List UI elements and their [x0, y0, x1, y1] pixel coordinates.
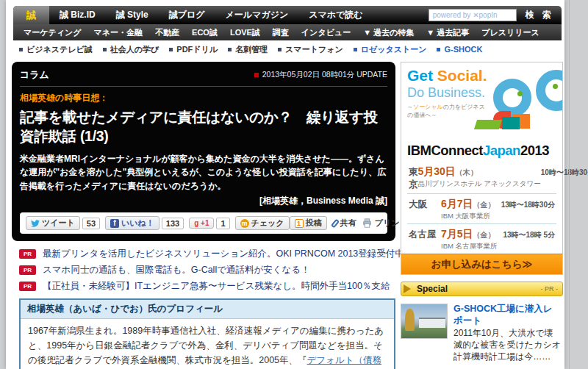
social-share-bar: ツイート 53 f いいね！ 133 g +1 1 m チェック — [20, 212, 387, 234]
subnav-item-interview[interactable]: インタビュー — [301, 27, 351, 38]
catnav-item-business-tv[interactable]: ビジネステレビ誠 — [19, 44, 93, 55]
top-nav: 誠 誠 Biz.ID 誠 Style 誠ブログ メールマガジン スマホで読む 検… — [13, 6, 562, 24]
square-bullet-icon — [437, 48, 440, 51]
nav-tab-blog[interactable]: 誠ブログ — [159, 6, 215, 24]
divider — [20, 86, 387, 87]
schedule-row-osaka: 大阪 6月7日（金） IBM 大阪事業所 13時〜18時30分 — [407, 193, 556, 223]
google-plus-one-button[interactable]: g +1 — [189, 218, 214, 229]
square-bullet-icon — [354, 48, 357, 51]
nav-tab-mailmagazine[interactable]: メールマガジン — [215, 6, 299, 24]
search-button[interactable]: 検 索 — [517, 9, 562, 21]
article-column: コラム 2013年05月02日 08時01分 UPDATE 相場英雄の時事日想：… — [12, 62, 395, 369]
pr-link[interactable]: PR 【正社員・未経験可】ITエンジニア急募〜サービス残業なし。時間外手当100… — [19, 280, 395, 293]
facebook-icon: f — [110, 219, 119, 228]
square-bullet-icon — [228, 48, 232, 51]
post-button[interactable]: 1 投稿 — [290, 216, 327, 230]
subnav-item-love[interactable]: LOVE誠 — [230, 27, 260, 38]
schedule-row-nagoya: 名古屋 7月5日（金） IBM 名古屋事業所 13時〜18時 5分 — [407, 223, 556, 254]
like-count: 133 — [162, 218, 184, 229]
ibm-ribbon-graphic — [473, 68, 562, 136]
sub-nav: マーケティング マネー・金融 不動産 ECO誠 LOVE誠 調査 インタビュー … — [13, 24, 562, 40]
subnav-item-marketing[interactable]: マーケティング — [24, 27, 82, 38]
square-bullet-icon — [278, 48, 282, 51]
nav-tab-bizid[interactable]: 誠 Biz.ID — [49, 6, 106, 24]
nav-tab-smartphone[interactable]: スマホで読む — [298, 6, 373, 24]
catnav-item-rosettastone[interactable]: ロゼッタストーン — [354, 44, 427, 55]
profile-heading: 相場英雄（あいば・ひでお）氏のプロフィール — [21, 300, 394, 319]
tweet-button[interactable]: ツイート — [26, 216, 80, 230]
catnav-item-gshock[interactable]: G-SHOCK — [437, 45, 482, 54]
catnav-item-meishi[interactable]: 名刺管理 — [228, 44, 268, 55]
special-item-title[interactable]: G-SHOCK工場に潜入レポート — [453, 304, 561, 326]
ibm-connect-logo: IBMConnectJapan2013 — [407, 143, 556, 159]
square-bullet-icon — [19, 48, 23, 51]
pr-badge: PR — [19, 265, 36, 275]
series-title-link[interactable]: 相場英雄の時事日想： — [20, 92, 387, 104]
subnav-item-past-articles[interactable]: ▼ 過去記事 — [426, 27, 469, 38]
ad-apply-button[interactable]: お申し込みはこちら≫ — [401, 254, 562, 274]
special-item-gshock: G-SHOCK工場に潜入レポート 2011年10月、大洪水で壊滅的な被害を受けた… — [401, 304, 563, 363]
update-timestamp: 2013年05月02日 08時01分 UPDATE — [254, 70, 387, 80]
section-label: コラム — [20, 68, 49, 82]
nav-tab-makoto[interactable]: 誠 — [13, 6, 49, 24]
subnav-item-pressrelease[interactable]: プレスリリース — [481, 27, 539, 38]
pr-link[interactable]: PR 最新プリンタを活用したビジネスソリューション紹介。OKI PRNCOM 2… — [19, 248, 395, 260]
catnav-item-smartphone[interactable]: スマートフォン — [278, 44, 343, 55]
search-input[interactable] — [429, 9, 517, 21]
profile-body: 1967年新潟県生まれ。1989年時事通信社入社、経済速報メディアの編集に携わっ… — [21, 319, 394, 369]
subnav-item-past-features[interactable]: ▼ 過去の特集 — [363, 27, 414, 38]
gshock-factory-thumbnail[interactable] — [401, 304, 448, 339]
paperclip-icon — [330, 218, 339, 228]
printer-icon — [362, 218, 372, 228]
google-plus-icon: g +1 — [194, 219, 209, 227]
facebook-like-button[interactable]: f いいね！ — [105, 216, 159, 230]
twitter-bird-icon — [31, 219, 40, 228]
article-title: 記事を載せたメディアに責任はないのか？ 繰り返す投資詐欺話 (1/3) — [20, 107, 387, 146]
pr-badge: PR — [19, 282, 36, 291]
schedule-row-tokyo: 東京 5月30日（木） 品川プリンスホテル アネックスタワー 10時〜18時30… — [407, 162, 556, 193]
nav-tab-style[interactable]: 誠 Style — [106, 6, 159, 24]
catnav-item-pdf-drill[interactable]: PDFドリル — [169, 44, 218, 55]
pr-link[interactable]: PR スマホ同士の通話も、国際電話も。G-Callで通話料が安くなる！ — [19, 264, 395, 276]
event-schedule: 東京 5月30日（木） 品川プリンスホテル アネックスタワー 10時〜18時30… — [407, 162, 556, 254]
page-root: { "topnav": { "tabs": [ { "label": "誠", … — [0, 0, 588, 369]
gplus-count: 1 — [216, 218, 229, 229]
pr-link-list: PR 最新プリンタを活用したビジネスソリューション紹介。OKI PRNCOM 2… — [19, 248, 395, 293]
mixi-check-button[interactable]: m チェック — [235, 216, 290, 230]
subnav-item-money[interactable]: マネー・金融 — [94, 27, 143, 38]
special-item-desc: 2011年10月、大洪水で壊滅的な被害を受けたカシオ計算機時計工場は今…… — [453, 328, 561, 362]
site-page: 誠 誠 Biz.ID 誠 Style 誠ブログ メールマガジン スマホで読む 検… — [6, 0, 564, 369]
article-lead: 米金融業者MRIインターナショナルが顧客から集めた資金の大半を消失させた――。ず… — [20, 152, 387, 193]
post-icon: 1 — [295, 219, 304, 228]
article-byline: [相場英雄，Business Media 誠] — [20, 195, 387, 207]
category-nav: ビジネステレビ誠 社会人の学び PDFドリル 名刺管理 スマートフォン ロゼッタ… — [6, 40, 564, 58]
square-bullet-icon — [103, 48, 107, 51]
square-bullet-icon — [169, 48, 173, 51]
sidebar: Get Social. Do Business. ～ソーシャルの力をビジネスの価… — [401, 62, 563, 369]
tweet-count: 53 — [82, 218, 100, 229]
special-heading: Special — [417, 284, 448, 294]
pr-badge: PR — [19, 249, 36, 259]
subnav-item-survey[interactable]: 調査 — [273, 27, 289, 38]
special-section-header: Special - PR - — [401, 282, 563, 296]
red-square-icon — [254, 73, 259, 77]
gold-arrow-icon — [404, 284, 411, 293]
subnav-item-realestate[interactable]: 不動産 — [155, 27, 179, 38]
ibm-connect-ad[interactable]: Get Social. Do Business. ～ソーシャルの力をビジネスの価… — [401, 62, 563, 275]
share-button[interactable]: 共有 — [333, 218, 356, 229]
subnav-item-eco[interactable]: ECO誠 — [192, 27, 218, 38]
article-header-panel: コラム 2013年05月02日 08時01分 UPDATE 相場英雄の時事日想：… — [12, 62, 395, 241]
catnav-item-learning[interactable]: 社会人の学び — [103, 44, 159, 55]
mixi-icon: m — [240, 219, 249, 228]
special-pr-label: - PR - — [541, 285, 563, 293]
author-profile-box: 相場英雄（あいば・ひでお）氏のプロフィール 1967年新潟県生まれ。1989年時… — [19, 298, 395, 369]
